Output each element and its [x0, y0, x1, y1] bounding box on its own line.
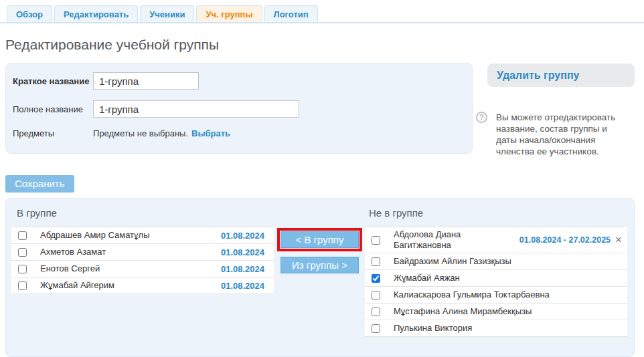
- remove-icon[interactable]: ×: [615, 235, 622, 245]
- member-row: Байдрахим Айлин Газизқызы: [365, 253, 627, 270]
- member-row: Енотов Сергей 01.08.2024: [11, 261, 274, 277]
- tab-label: Обзор: [16, 9, 43, 19]
- member-checkbox[interactable]: [18, 231, 27, 240]
- member-checkbox[interactable]: [18, 265, 27, 273]
- in-group-title: В группе: [17, 207, 57, 219]
- subjects-label: Предметы: [13, 128, 93, 138]
- to-group-button[interactable]: < В группу: [280, 231, 359, 248]
- member-checkbox[interactable]: [372, 291, 380, 300]
- member-name: Абдрашев Амир Саматұлы: [40, 230, 221, 241]
- full-name-label: Полное название: [13, 104, 93, 114]
- member-row: Ахметов Азамат 01.08.2024: [11, 244, 274, 261]
- member-row: Абдрашев Амир Саматұлы 01.08.2024: [11, 227, 274, 244]
- edit-section: Краткое название Полное название Предмет…: [0, 63, 644, 157]
- subjects-status: Предметы не выбраны.: [93, 128, 188, 138]
- full-name-row: Полное название: [13, 100, 472, 118]
- member-name: Пулькина Виктория: [394, 323, 627, 334]
- member-checkbox[interactable]: [372, 274, 380, 283]
- member-checkbox[interactable]: [18, 281, 27, 290]
- group-form-panel: Краткое название Полное название Предмет…: [5, 63, 473, 154]
- help-text: Вы можете отредактировать название, сост…: [496, 112, 623, 157]
- short-name-label: Краткое название: [13, 76, 93, 86]
- not-in-group-title: Не в группе: [369, 207, 423, 219]
- membership-date[interactable]: 01.08.2024: [221, 281, 264, 291]
- member-name: Ахметов Азамат: [40, 247, 221, 257]
- member-row: Пулькина Виктория: [365, 320, 627, 337]
- member-row: Мұстафина Алина Мирамбекқызы: [365, 304, 627, 320]
- member-name: Жұмабай Аяжан: [394, 273, 627, 283]
- tab-label: Ученики: [149, 9, 185, 19]
- member-checkbox[interactable]: [372, 308, 380, 316]
- member-name: Мұстафина Алина Мирамбекқызы: [394, 306, 627, 317]
- in-group-list: Абдрашев Амир Саматұлы 01.08.2024 Ахмето…: [11, 227, 274, 294]
- transfer-buttons: < В группу Из группы >: [277, 228, 362, 273]
- tab[interactable]: Обзор: [7, 5, 52, 22]
- tab[interactable]: Редактировать: [54, 5, 138, 22]
- save-button[interactable]: Сохранить: [5, 175, 74, 193]
- tab-label: Уч. группы: [206, 9, 252, 19]
- tab-label: Редактировать: [64, 9, 129, 19]
- membership-date[interactable]: 01.08.2024: [221, 247, 264, 257]
- tab[interactable]: Уч. группы: [196, 5, 262, 22]
- member-checkbox[interactable]: [372, 257, 380, 266]
- subjects-row: Предметы Предметы не выбраны. Выбрать: [13, 128, 472, 138]
- member-row: Жұмабай Аяжан: [365, 270, 627, 287]
- full-name-input[interactable]: [93, 100, 299, 118]
- choose-subjects-link[interactable]: Выбрать: [191, 128, 230, 138]
- short-name-input[interactable]: [93, 72, 199, 90]
- membership-panel: В группе Не в группе Абдрашев Амир Самат…: [5, 198, 635, 357]
- tab-bar: Обзор Редактировать Ученики Уч. группы Л…: [0, 0, 644, 23]
- from-group-button[interactable]: Из группы >: [280, 257, 359, 273]
- member-name: Енотов Сергей: [40, 263, 221, 274]
- sidebar: Удалить группу ? Вы можете отредактирова…: [487, 63, 635, 157]
- membership-date[interactable]: 01.08.2024: [221, 231, 264, 241]
- not-in-group-list: Абдолова Диана Багитжановна 01.08.2024 -…: [365, 227, 627, 337]
- membership-date[interactable]: 01.08.2024: [221, 264, 264, 274]
- tab-label: Логотип: [274, 9, 309, 19]
- help-block: ? Вы можете отредактировать название, со…: [476, 112, 635, 157]
- member-name: Калиаскарова Гульмира Токтарбаевна: [394, 289, 627, 300]
- member-checkbox[interactable]: [372, 236, 380, 245]
- tab[interactable]: Логотип: [264, 5, 318, 22]
- page-title: Редактирование учебной группы: [5, 37, 644, 53]
- question-mark-icon: ?: [476, 112, 487, 123]
- action-highlight-box: < В группу: [277, 228, 362, 251]
- member-name: Жұмабай Айгерим: [40, 280, 221, 291]
- member-checkbox[interactable]: [18, 248, 27, 257]
- member-name: Абдолова Диана Багитжановна: [394, 229, 519, 251]
- member-checkbox[interactable]: [372, 324, 380, 333]
- tab[interactable]: Ученики: [140, 5, 194, 22]
- membership-date-range[interactable]: 01.08.2024 - 27.02.2025: [519, 235, 611, 245]
- short-name-row: Краткое название: [13, 72, 472, 90]
- delete-group-button[interactable]: Удалить группу: [487, 64, 635, 87]
- member-row: Абдолова Диана Багитжановна 01.08.2024 -…: [365, 227, 627, 253]
- member-name: Байдрахим Айлин Газизқызы: [394, 256, 627, 267]
- member-row: Жұмабай Айгерим 01.08.2024: [11, 277, 274, 294]
- member-row: Калиаскарова Гульмира Токтарбаевна: [365, 287, 627, 304]
